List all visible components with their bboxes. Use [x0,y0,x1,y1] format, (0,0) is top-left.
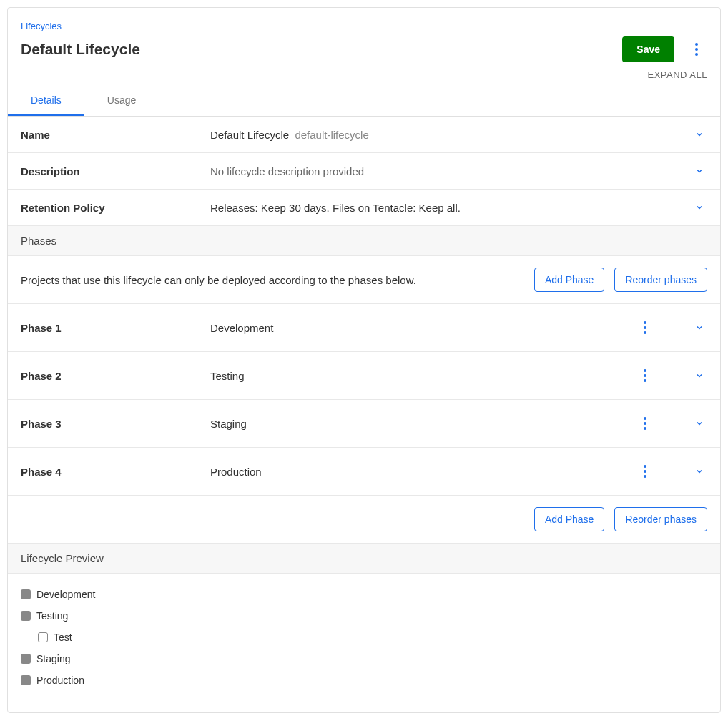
phase-1-name: Development [210,322,634,334]
description-value: No lifecycle description provided [210,165,692,177]
preview-staging: Staging [21,648,707,670]
page-title: Default Lifecycle [21,41,140,58]
description-row[interactable]: Description No lifecycle description pro… [8,153,720,190]
phase-2-label: Phase 2 [21,370,210,382]
preview-section-header: Lifecycle Preview [8,544,720,574]
header: Lifecycles Default Lifecycle Save [8,8,720,62]
name-value: Default Lifecycle default-lifecycle [210,129,692,141]
preview-test: Test [38,627,707,648]
chevron-down-icon[interactable] [692,200,707,215]
preview-label: Test [54,632,72,643]
phases-buttons-bottom: Add Phase Reorder phases [534,507,707,531]
chevron-down-icon[interactable] [692,163,707,179]
preview-production: Production [21,670,707,691]
expand-all-button[interactable]: EXPAND ALL [8,62,720,80]
phase-row-3[interactable]: Phase 3 Staging [8,400,720,448]
phases-footer: Add Phase Reorder phases [8,496,720,544]
retention-row[interactable]: Retention Policy Releases: Keep 30 days.… [8,190,720,226]
tab-details[interactable]: Details [8,86,84,116]
phase-node-icon [21,589,31,599]
kebab-icon [644,422,646,425]
kebab-icon [644,374,646,377]
breadcrumb-lifecycles[interactable]: Lifecycles [21,21,62,31]
phase-3-label: Phase 3 [21,418,210,430]
tab-usage[interactable]: Usage [84,86,159,116]
phase-4-menu[interactable] [634,461,656,482]
environment-node-icon [38,632,48,642]
phase-1-menu[interactable] [634,317,656,338]
preview-label: Production [36,675,84,686]
retention-value: Releases: Keep 30 days. Files on Tentacl… [210,202,692,214]
name-label: Name [21,129,210,141]
phase-row-4[interactable]: Phase 4 Production [8,448,720,496]
preview-development: Development [21,584,707,605]
preview-testing: Testing [21,605,707,627]
phases-buttons-top: Add Phase Reorder phases [534,268,707,292]
chevron-down-icon[interactable] [692,416,707,431]
add-phase-button[interactable]: Add Phase [534,268,605,292]
chevron-down-icon[interactable] [692,320,707,335]
header-actions: Save [622,36,707,62]
phase-4-actions [634,461,707,482]
phase-3-actions [634,413,707,434]
overflow-menu-button[interactable] [686,39,707,60]
reorder-phases-button[interactable]: Reorder phases [614,507,707,531]
kebab-icon [644,470,646,473]
save-button[interactable]: Save [622,36,674,62]
name-value-text: Default Lifecycle [210,129,289,141]
name-slug: default-lifecycle [292,129,369,141]
phase-4-name: Production [210,466,634,478]
chevron-down-icon[interactable] [692,127,707,142]
lifecycle-preview: Development Testing Test Staging Product… [8,574,720,712]
chevron-down-icon[interactable] [692,368,707,383]
phase-node-icon [21,611,31,621]
reorder-phases-button[interactable]: Reorder phases [614,268,707,292]
add-phase-button[interactable]: Add Phase [534,507,605,531]
lifecycle-card: Lifecycles Default Lifecycle Save EXPAND… [7,7,721,713]
phase-1-actions [634,317,707,338]
phase-4-label: Phase 4 [21,466,210,478]
phase-2-actions [634,365,707,386]
phase-2-menu[interactable] [634,365,656,386]
kebab-icon [695,48,698,51]
header-row: Default Lifecycle Save [21,36,707,62]
phases-intro-text: Projects that use this lifecycle can onl… [21,274,416,286]
kebab-icon [644,326,646,329]
retention-label: Retention Policy [21,202,210,214]
preview-label: Development [36,589,96,600]
phases-section-header: Phases [8,226,720,256]
preview-label: Testing [36,610,68,622]
tabs: Details Usage [8,86,720,117]
chevron-down-icon[interactable] [692,464,707,479]
name-row[interactable]: Name Default Lifecycle default-lifecycle [8,117,720,153]
phase-node-icon [21,675,31,685]
phase-row-1[interactable]: Phase 1 Development [8,304,720,352]
phase-1-label: Phase 1 [21,322,210,334]
phases-intro: Projects that use this lifecycle can onl… [8,256,720,304]
phase-3-menu[interactable] [634,413,656,434]
connector-h-line [26,637,38,637]
phase-2-name: Testing [210,370,634,382]
phase-3-name: Staging [210,418,634,430]
description-label: Description [21,165,210,177]
phase-row-2[interactable]: Phase 2 Testing [8,352,720,400]
preview-label: Staging [36,653,70,664]
phase-node-icon [21,654,31,664]
